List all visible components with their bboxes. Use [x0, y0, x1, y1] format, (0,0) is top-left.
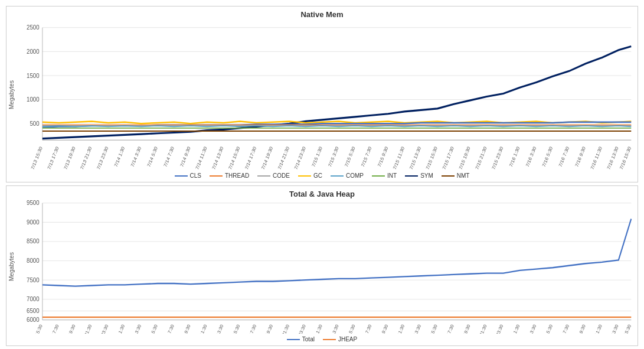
svg-text:7/13 15:30: 7/13 15:30: [30, 145, 44, 170]
svg-text:7/15 19:30: 7/15 19:30: [458, 145, 472, 170]
svg-text:7/16 7:30: 7/16 7:30: [558, 145, 570, 168]
svg-text:7/14 3:30: 7/14 3:30: [130, 323, 142, 334]
svg-text:7/14 19:30: 7/14 19:30: [260, 323, 274, 334]
svg-text:7/15 17:30: 7/15 17:30: [442, 323, 455, 334]
svg-text:7/13 19:30: 7/13 19:30: [63, 145, 77, 170]
svg-text:7/16 13:30: 7/16 13:30: [606, 323, 620, 334]
svg-text:2500: 2500: [27, 24, 40, 31]
svg-text:7/16 1:30: 7/16 1:30: [509, 145, 521, 168]
svg-text:8500: 8500: [27, 238, 40, 244]
svg-text:7/13 19:30: 7/13 19:30: [63, 323, 77, 334]
svg-text:7/15 5:30: 7/15 5:30: [344, 323, 356, 334]
top-chart-svg: 2500 2000 1500 1000 500: [17, 20, 638, 170]
svg-text:7/13 23:30: 7/13 23:30: [96, 145, 110, 170]
svg-text:7/14 13:30: 7/14 13:30: [211, 145, 225, 170]
svg-text:7/15 3:30: 7/15 3:30: [328, 323, 340, 334]
legend-total: Total: [287, 336, 315, 343]
legend-int: INT: [372, 172, 397, 179]
svg-text:7/14 15:30: 7/14 15:30: [227, 323, 241, 334]
svg-text:7/14 9:30: 7/14 9:30: [179, 145, 192, 168]
svg-text:7/15 17:30: 7/15 17:30: [442, 145, 455, 170]
svg-text:7/14 11:30: 7/14 11:30: [195, 145, 208, 170]
total-legend-label: Total: [302, 336, 315, 343]
jheap-legend-label: JHEAP: [338, 336, 357, 343]
svg-text:7/15 15:30: 7/15 15:30: [425, 323, 439, 334]
svg-text:7/16 15:30: 7/16 15:30: [619, 145, 633, 170]
svg-text:7/14 19:30: 7/14 19:30: [260, 145, 274, 170]
legend-code: CODE: [257, 172, 290, 179]
svg-text:7/16 9:30: 7/16 9:30: [574, 323, 587, 334]
svg-text:7/14 7:30: 7/14 7:30: [163, 145, 175, 168]
svg-text:6000: 6000: [27, 317, 40, 323]
legend-gc: GC: [298, 172, 322, 179]
svg-text:7/15 3:30: 7/15 3:30: [328, 145, 340, 168]
svg-text:7/16 1:30: 7/16 1:30: [508, 323, 521, 334]
svg-text:7/14 1:30: 7/14 1:30: [113, 323, 126, 334]
jheap-legend-line: [323, 339, 336, 340]
svg-text:7/16 5:30: 7/16 5:30: [541, 145, 554, 168]
comp-legend-line: [331, 175, 344, 177]
svg-text:7/13 23:30: 7/13 23:30: [96, 323, 109, 334]
comp-line: [43, 126, 631, 126]
legend-nmt: NMT: [442, 172, 470, 179]
svg-text:7/15 9:30: 7/15 9:30: [377, 145, 389, 168]
main-container: Native Mem Megabytes 2500 2000 1500 1000: [0, 0, 644, 349]
bottom-chart-area: Megabytes 9500 9000 8500: [6, 200, 638, 334]
thread-legend-label: THREAD: [225, 172, 249, 179]
svg-text:7/13 15:30: 7/13 15:30: [30, 323, 44, 334]
svg-text:7/15 21:30: 7/15 21:30: [475, 145, 488, 170]
total-legend-line: [287, 339, 300, 340]
svg-text:7/15 13:30: 7/15 13:30: [408, 145, 422, 170]
svg-text:7/16 11:30: 7/16 11:30: [590, 145, 603, 170]
svg-text:7/15 1:30: 7/15 1:30: [311, 145, 323, 168]
legend-sym: SYM: [405, 172, 433, 179]
code-legend-label: CODE: [273, 172, 290, 179]
svg-text:7/15 21:30: 7/15 21:30: [475, 323, 488, 334]
gc-legend-line: [298, 175, 311, 177]
svg-text:1000: 1000: [27, 96, 40, 103]
svg-text:500: 500: [30, 119, 39, 127]
svg-text:7/16 3:30: 7/16 3:30: [525, 323, 537, 334]
nmt-legend-line: [442, 175, 455, 177]
bottom-chart-svg: 9500 9000 8500 8000 7500 7000 6500 6000: [17, 200, 638, 334]
top-chart-title: Native Mem: [6, 6, 638, 20]
svg-text:7/14 17:30: 7/14 17:30: [244, 323, 257, 334]
svg-text:9500: 9500: [27, 200, 40, 206]
code-legend-line: [257, 175, 270, 177]
svg-text:7/14 3:30: 7/14 3:30: [130, 145, 142, 168]
svg-text:7/14 21:30: 7/14 21:30: [277, 145, 290, 170]
cls-legend-label: CLS: [190, 172, 201, 179]
svg-text:7/16 15:30: 7/16 15:30: [619, 323, 632, 334]
svg-text:8000: 8000: [27, 257, 40, 264]
bottom-chart-title: Total & Java Heap: [6, 186, 638, 200]
svg-text:7/15 11:30: 7/15 11:30: [393, 145, 406, 170]
svg-text:7/16 3:30: 7/16 3:30: [525, 145, 537, 168]
svg-text:7/14 5:30: 7/14 5:30: [146, 145, 159, 168]
svg-text:7/15 7:30: 7/15 7:30: [361, 145, 373, 168]
nmt-legend-label: NMT: [457, 172, 470, 179]
svg-text:7/15 1:30: 7/15 1:30: [311, 323, 323, 334]
svg-text:7/15 7:30: 7/15 7:30: [360, 323, 372, 334]
svg-text:7/15 5:30: 7/15 5:30: [344, 145, 357, 168]
top-y-axis-label: Megabytes: [6, 20, 17, 170]
svg-text:7/16 9:30: 7/16 9:30: [574, 145, 587, 168]
svg-text:7/13 17:30: 7/13 17:30: [47, 323, 60, 334]
sym-legend-line: [405, 175, 418, 177]
bottom-chart-content: 9500 9000 8500 8000 7500 7000 6500 6000: [17, 200, 638, 334]
bottom-y-axis-label: Megabytes: [6, 200, 17, 334]
svg-text:7/14 5:30: 7/14 5:30: [146, 323, 159, 334]
sym-legend-label: SYM: [420, 172, 433, 179]
native-mem-chart: Native Mem Megabytes 2500 2000 1500 1000: [6, 6, 638, 182]
top-chart-content: 2500 2000 1500 1000 500: [17, 20, 638, 170]
svg-text:7/14 15:30: 7/14 15:30: [228, 145, 241, 170]
svg-text:7/14 23:30: 7/14 23:30: [293, 145, 307, 170]
total-heap-chart: Total & Java Heap Megabytes 9500: [6, 185, 638, 346]
thread-legend-line: [210, 175, 223, 177]
svg-text:7/14 17:30: 7/14 17:30: [244, 145, 258, 170]
svg-text:7/15 11:30: 7/15 11:30: [392, 323, 406, 334]
svg-text:7/16 5:30: 7/16 5:30: [541, 323, 554, 334]
svg-text:7/15 13:30: 7/15 13:30: [408, 323, 422, 334]
comp-legend-label: COMP: [346, 172, 364, 179]
legend-cls: CLS: [175, 172, 201, 179]
svg-text:7/15 9:30: 7/15 9:30: [377, 323, 389, 334]
